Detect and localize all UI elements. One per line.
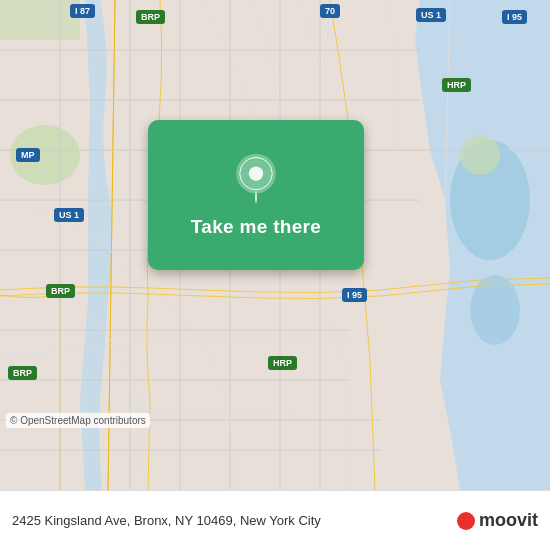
moovit-dot: [457, 512, 475, 530]
road-badge-mp: MP: [16, 148, 40, 162]
road-badge-us1-top: US 1: [416, 8, 446, 22]
moovit-wordmark: moovit: [479, 510, 538, 531]
cta-card[interactable]: Take me there: [148, 120, 364, 270]
road-badge-hrp-mid: HRP: [268, 356, 297, 370]
road-badge-brp-bottom: BRP: [8, 366, 37, 380]
moovit-logo: moovit: [457, 510, 538, 531]
road-badge-brp-mid: BRP: [46, 284, 75, 298]
road-badge-i87: I 87: [70, 4, 95, 18]
bottom-bar: 2425 Kingsland Ave, Bronx, NY 10469, New…: [0, 490, 550, 550]
road-badge-i95-mid: I 95: [342, 288, 367, 302]
map-container: I 87 BRP 70 US 1 I 95 HRP MP US 1 BRP I …: [0, 0, 550, 490]
svg-rect-4: [0, 0, 80, 40]
road-badge-hrp-top: HRP: [442, 78, 471, 92]
road-badge-brp-top: BRP: [136, 10, 165, 24]
address-text: 2425 Kingsland Ave, Bronx, NY 10469, New…: [12, 513, 457, 528]
cta-label: Take me there: [191, 216, 321, 238]
road-badge-i95-top: I 95: [502, 10, 527, 24]
location-pin-icon: [229, 152, 283, 206]
svg-point-27: [249, 166, 263, 180]
road-badge-70: 70: [320, 4, 340, 18]
road-badge-us1-mid: US 1: [54, 208, 84, 222]
map-attribution: © OpenStreetMap contributors: [6, 413, 150, 428]
svg-point-5: [460, 135, 500, 175]
